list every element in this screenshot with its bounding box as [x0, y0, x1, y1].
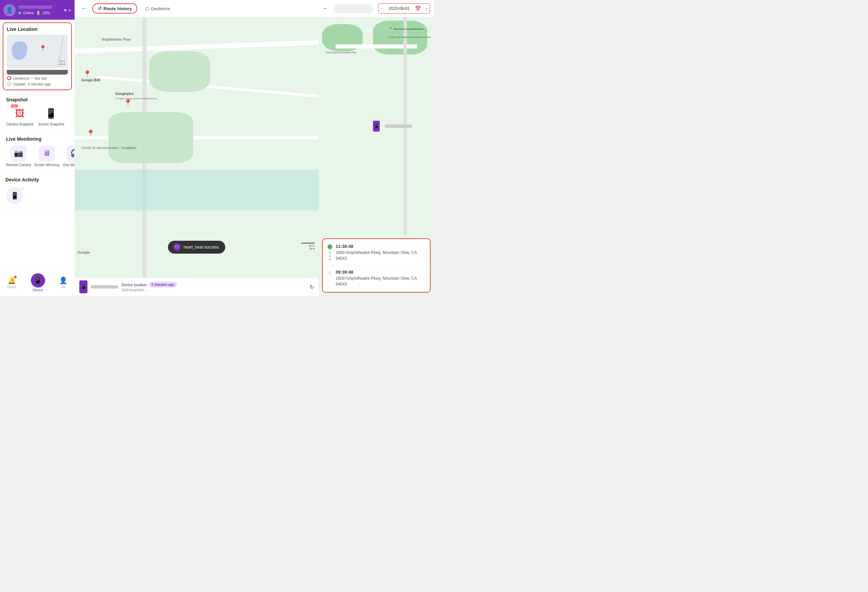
map-blob — [12, 41, 27, 60]
route-entry-2: ☆ 09:38:48 1600 Amphitheatre Pkwy, Mount… — [328, 270, 425, 287]
nav-device[interactable]: 📱 Device — [28, 272, 49, 293]
username-blur — [18, 6, 52, 9]
one-way-audio-icon-wrap: 🎧 — [66, 145, 75, 161]
nav-me[interactable]: 👤 Me — [56, 275, 71, 290]
search-bar-blur[interactable] — [334, 4, 373, 13]
update-icon: 🕐 — [7, 82, 12, 86]
screen-mirroring-icon: 🖥 — [43, 149, 50, 158]
live-monitoring-section: Live Monitoring 📷 Remote Camera 🖥 Screen… — [3, 133, 72, 170]
tab-geofence[interactable]: ⬡ Geofence — [141, 4, 175, 13]
map-label-googleplex: Googleplex — [115, 92, 134, 96]
screen-mirroring-item[interactable]: 🖥 Screen Mirroring — [34, 145, 59, 167]
update-value: 3 minutes ago — [28, 82, 51, 86]
update-info-row: 🕐 Update 3 minutes ago — [7, 82, 68, 86]
remote-camera-item[interactable]: 📷 Remote Camera — [6, 145, 31, 167]
camera-snapshot-label: Camera Snapshot — [6, 123, 34, 126]
tab-geofence-label: Geofence — [151, 6, 170, 11]
me-label: Me — [61, 285, 66, 289]
toast-icon: 🛡 — [173, 244, 181, 251]
da-icon-1[interactable]: 📱 ⚠ — [6, 187, 23, 204]
middle-back-button[interactable]: ← — [79, 5, 89, 12]
camera-snapshot-icon: 🖼 — [15, 108, 24, 119]
route-time-1: 11:38:48 — [336, 244, 425, 249]
da-icon-phone: 📱 — [10, 192, 19, 200]
right-back-button[interactable]: ← — [323, 6, 328, 12]
device-name-blur-right — [385, 124, 412, 128]
route-small-dot-3 — [329, 258, 331, 260]
bottom-location-info: Device location 2 minutes ago 1600 Amphi… — [121, 282, 177, 292]
monitoring-grid: 📷 Remote Camera 🖥 Screen Mirroring 🎧 One… — [6, 145, 68, 167]
location-row: Device location 2 minutes ago — [121, 282, 177, 288]
map-label-amphitheatre: Amphitheatre Pkwy — [102, 38, 131, 41]
right-device-marker: 📱 — [373, 121, 380, 131]
map-scale: 50 m 100 ft — [59, 60, 65, 66]
map-label-covid: COVID-19 Vaccine location - Googleplex — [81, 146, 136, 149]
right-top-bar: ← ‹ 2023-08-01 📅 › — [319, 0, 434, 17]
device-thumbnail: 📱 — [79, 280, 87, 293]
left-content: Live Location › 📍 50 m 100 ft ⭕ Geofence… — [0, 20, 75, 270]
snapshot-section: Snapshot 🖼 New Camera Snapshot 📱 Screen … — [3, 94, 72, 130]
middle-bottom-bar: 📱 Device location 2 minutes ago 1600 Amp… — [75, 278, 319, 296]
device-nav-icon: 📱 — [34, 276, 42, 285]
map-pin-covid: 📍 — [86, 129, 95, 137]
nav-notice[interactable]: 🔔 Notice — [4, 275, 20, 290]
add-icon[interactable]: + — [68, 7, 71, 13]
one-way-audio-icon: 🎧 — [70, 149, 75, 158]
date-prev-button[interactable]: ‹ — [379, 4, 385, 13]
dropdown-icon[interactable]: ▾ — [64, 7, 66, 13]
label-bay-point: 🚶 Bay Point Regional Shoreline overlook — [387, 36, 431, 38]
toast-text: heart_beat success. — [183, 245, 220, 249]
camera-snapshot-item[interactable]: 🖼 New Camera Snapshot — [6, 106, 34, 126]
one-way-audio-item[interactable]: 🎧 One-Way Audio — [63, 145, 75, 167]
screen-snapshot-label: Screen Snapshot — [38, 123, 64, 126]
live-location-title-row: Live Location › — [7, 27, 68, 32]
notice-badge — [14, 276, 16, 278]
remote-camera-icon: 📷 — [14, 149, 23, 158]
route-divider — [328, 266, 425, 266]
date-navigator: ‹ 2023-08-01 📅 › — [378, 3, 430, 13]
label-shoreline: 📍 Shoreline Amphitheatre — [389, 28, 424, 31]
left-panel: 👤 Online 🔋 25% ▾ + Live Location › 📍 — [0, 0, 75, 296]
route-address-2: 1600 Amphitheatre Pkwy, Mountain View, C… — [336, 276, 425, 287]
live-location-title: Live Location — [7, 27, 37, 32]
map-scale-middle: 20 m50 ft — [301, 243, 314, 250]
device-status: Online 🔋 25% — [18, 11, 61, 15]
live-location-map-preview[interactable]: 📍 50 m 100 ft — [7, 35, 68, 68]
date-next-button[interactable]: › — [423, 4, 430, 13]
refresh-button[interactable]: ↻ — [310, 284, 314, 290]
live-location-card: Live Location › 📍 50 m 100 ft ⭕ Geofence… — [3, 22, 72, 90]
remote-camera-label: Remote Camera — [6, 163, 31, 167]
middle-map[interactable]: Amphitheatre Pkwy Google B40 Googleplex … — [75, 17, 319, 278]
route-time-2: 09:38:48 — [336, 270, 425, 275]
online-indicator — [18, 12, 21, 14]
header-action-icons: ▾ + — [64, 7, 71, 13]
map-pin-device: 📍 — [124, 99, 132, 107]
right-panel: ← ‹ 2023-08-01 📅 › 📍 Shoreline Amphithea… — [319, 0, 434, 296]
map-label-google-b40: Google B40 — [81, 78, 100, 82]
map-pin-b40: 📍 — [83, 70, 92, 78]
me-icon: 👤 — [59, 276, 68, 285]
geofence-icon: ⭕ — [7, 76, 12, 80]
chevron-right-icon[interactable]: › — [66, 27, 68, 31]
device-activity-icons: 📱 ⚠ — [6, 187, 68, 204]
map-background: Amphitheatre Pkwy Google B40 Googleplex … — [75, 17, 319, 278]
route-end-star: ☆ — [328, 270, 332, 276]
notice-icon-wrap: 🔔 — [7, 276, 16, 285]
device-location-label: Device location — [121, 283, 147, 287]
map-bottom-bar — [7, 70, 68, 75]
snapshot-grid: 🖼 New Camera Snapshot 📱 Screen Snapshot — [6, 106, 68, 126]
route-entry-1: 11:38:48 1600 Amphitheatre Pkwy, Mountai… — [328, 244, 425, 262]
screen-snapshot-item[interactable]: 📱 Screen Snapshot — [38, 106, 64, 126]
location-address: 1600 Amphithe... — [121, 288, 177, 292]
route-icon-col-2: ☆ — [328, 270, 332, 287]
map-device-pin: 📍 — [39, 45, 46, 52]
screen-snapshot-icon: 📱 — [45, 108, 57, 119]
green-area-2 — [108, 112, 193, 163]
screen-mirroring-icon-wrap: 🖥 — [38, 145, 55, 161]
calendar-icon[interactable]: 📅 — [413, 4, 423, 13]
avatar: 👤 — [3, 4, 16, 16]
tab-route-history[interactable]: ↺ Route history — [92, 3, 137, 13]
route-address-1: 1600 Amphitheatre Pkwy, Mountain View, C… — [336, 250, 425, 261]
date-value: 2023-08-01 — [385, 4, 413, 13]
right-map[interactable]: 📍 Shoreline Amphitheatre 🚶 Bay Point Reg… — [319, 17, 434, 235]
